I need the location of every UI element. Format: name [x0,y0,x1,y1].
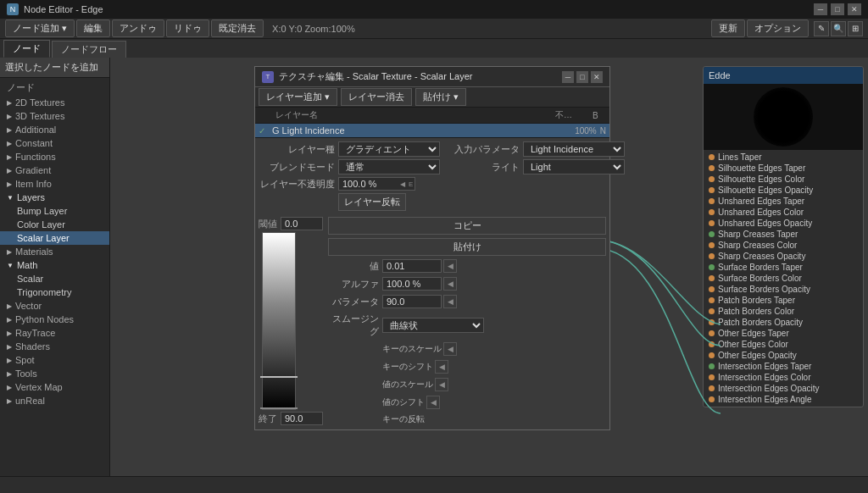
value-input[interactable] [382,259,442,273]
sidebar-item-iteminfo[interactable]: ▶Item Info [0,177,109,191]
undo-btn[interactable]: アンドゥ [112,19,164,37]
key-scale-btn[interactable]: ◀ [443,342,457,356]
sidebar-item-trig[interactable]: Trigonometry [0,285,109,299]
sidebar-item-math[interactable]: ▼Math [0,258,109,272]
dialog-maximize[interactable]: □ [576,71,588,83]
layer-paste-btn[interactable]: 貼付け ▾ [415,88,466,106]
copy-btn[interactable]: コピー [328,217,606,235]
add-selected-node-btn[interactable]: 選択したノードを追加 [0,58,109,78]
sidebar-item-vertexmap[interactable]: ▶Vertex Map [0,380,109,394]
port-other-taper[interactable]: Other Edges Taper [704,328,863,339]
sidebar-item-gradient[interactable]: ▶Gradient [0,163,109,177]
sidebar-item-scalar[interactable]: Scalar [0,272,109,285]
tab-node[interactable]: ノード [3,40,50,58]
port-surface-color[interactable]: Surface Borders Color [704,273,863,284]
port-sharp-taper[interactable]: Sharp Creases Taper [704,229,863,240]
layer-type-select[interactable]: グラディエント [338,141,440,157]
value-scale-group: 値のスケール ◀ [382,378,448,391]
update-btn[interactable]: 更新 [711,19,745,37]
opacity-right-arrow[interactable]: E [407,180,415,188]
port-surface-opacity[interactable]: Surface Borders Opacity [704,284,863,295]
sidebar-item-materials[interactable]: ▶Materials [0,245,109,258]
port-patch-color[interactable]: Patch Borders Color [704,306,863,317]
sidebar-item-2d[interactable]: ▶2D Textures [0,96,109,109]
port-patch-opacity[interactable]: Patch Borders Opacity [704,317,863,328]
status-bar [0,476,868,493]
smoothing-select[interactable]: 曲線状 [382,318,484,333]
port-silhouette-taper[interactable]: Silhouette Edges Taper [704,163,863,174]
paste-btn[interactable]: 貼付け [328,238,606,256]
end-input[interactable] [281,412,323,425]
port-other-color[interactable]: Other Edges Color [704,339,863,350]
port-unshared-color[interactable]: Unshared Edges Color [704,207,863,218]
sidebar-item-3d[interactable]: ▶3D Textures [0,109,109,123]
minimize-button[interactable]: ─ [814,3,827,15]
sidebar-item-functions[interactable]: ▶Functions [0,150,109,163]
layer-add-btn[interactable]: レイヤー追加 ▾ [259,88,337,106]
port-dot-silhouette-opacity [709,187,715,193]
port-sharp-color[interactable]: Sharp Creases Color [704,240,863,251]
port-intersection-color[interactable]: Intersection Edges Color [704,372,863,383]
gradient-slider-bottom[interactable] [260,407,298,409]
dialog-close[interactable]: ✕ [591,71,603,83]
layer-delete-btn[interactable]: レイヤー消去 [341,88,412,106]
alpha-btn[interactable]: ◀ [443,277,457,291]
sidebar-item-python[interactable]: ▶Python Nodes [0,313,109,326]
value-btn[interactable]: ◀ [443,259,457,273]
value-shift-btn[interactable]: ◀ [426,396,440,409]
alpha-input[interactable] [382,277,442,291]
port-intersection-opacity[interactable]: Intersection Edges Opacity [704,383,863,394]
sidebar-item-additional[interactable]: ▶Additional [0,123,109,136]
canvas-area[interactable]: T テクスチャ編集 - Scalar Texture - Scalar Laye… [110,58,868,476]
sidebar-item-vector[interactable]: ▶Vector [0,299,109,313]
sidebar-item-layers[interactable]: ▼Layers [0,191,109,204]
key-shift-btn[interactable]: ◀ [435,360,448,374]
port-intersection-angle[interactable]: Intersection Edges Angle [704,394,863,405]
icon-btn-2[interactable]: 🔍 [831,21,846,36]
param-btn[interactable]: ◀ [443,295,457,308]
layer-row-0[interactable]: ✓ G Light Incidence 100% N [255,124,609,137]
port-sharp-opacity[interactable]: Sharp Creases Opacity [704,251,863,262]
param-input[interactable] [382,295,442,308]
invert-btn[interactable]: レイヤー反転 [338,193,406,211]
sidebar-item-spot[interactable]: ▶Spot [0,353,109,367]
icon-btn-3[interactable]: ⊞ [848,21,863,36]
options-btn[interactable]: オプション [747,19,809,37]
sidebar-item-raytrace[interactable]: ▶RayTrace [0,326,109,340]
port-other-opacity[interactable]: Other Edges Opacity [704,350,863,361]
node-add-menu[interactable]: ノード追加 ▾ [5,19,75,37]
port-silhouette-color[interactable]: Silhouette Edges Color [704,174,863,185]
reset-btn[interactable]: 既定消去 [211,19,264,37]
port-unshared-opacity[interactable]: Unshared Edges Opacity [704,218,863,229]
input-param-select[interactable]: Light Incidence [523,141,625,157]
port-lines-taper[interactable]: Lines Taper [704,152,863,163]
dialog-title-bar[interactable]: T テクスチャ編集 - Scalar Texture - Scalar Laye… [255,67,609,87]
redo-btn[interactable]: リドゥ [166,19,209,37]
port-intersection-taper[interactable]: Intersection Edges Taper [704,361,863,372]
gradient-bar[interactable] [262,232,296,410]
sidebar-item-tools[interactable]: ▶Tools [0,367,109,380]
icon-btn-1[interactable]: ✎ [814,21,829,36]
port-patch-taper[interactable]: Patch Borders Taper [704,295,863,306]
sidebar-item-bump-layer[interactable]: Bump Layer [0,204,109,218]
sidebar-item-unreal[interactable]: ▶unReal [0,394,109,407]
threshold-input[interactable] [281,217,323,230]
opacity-input[interactable] [339,178,398,190]
tab-node-flow[interactable]: ノードフロー [52,41,126,58]
close-button[interactable]: ✕ [848,3,861,15]
opacity-left-arrow[interactable]: ◀ [398,180,407,188]
port-silhouette-opacity[interactable]: Silhouette Edges Opacity [704,185,863,196]
sidebar-item-shaders[interactable]: ▶Shaders [0,340,109,353]
maximize-button[interactable]: □ [831,3,844,15]
port-surface-taper[interactable]: Surface Borders Taper [704,262,863,273]
value-scale-btn[interactable]: ◀ [435,378,448,391]
gradient-slider-handle[interactable] [260,376,298,378]
sidebar-item-color-layer[interactable]: Color Layer [0,218,109,231]
sidebar-item-constant[interactable]: ▶Constant [0,136,109,150]
port-unshared-taper[interactable]: Unshared Edges Taper [704,196,863,207]
light-select[interactable]: Light [523,159,625,174]
dialog-minimize[interactable]: ─ [562,71,574,83]
blend-mode-select[interactable]: 通常 [338,159,440,174]
edit-menu[interactable]: 編集 [76,19,110,37]
sidebar-item-scalar-layer[interactable]: Scalar Layer [0,231,109,245]
